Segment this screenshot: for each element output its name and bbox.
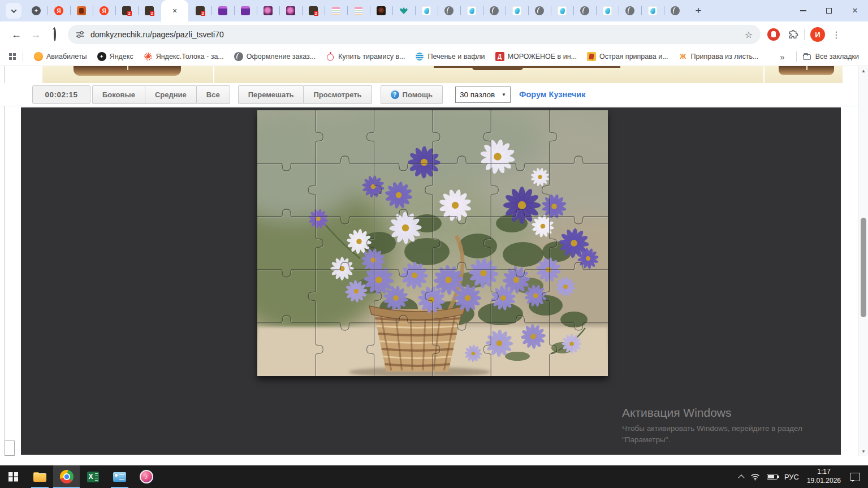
taskbar-start-button[interactable]: [0, 465, 27, 488]
tab[interactable]: [25, 0, 47, 21]
site-nav-button-partial-3[interactable]: [779, 66, 834, 75]
tab[interactable]: [415, 0, 438, 21]
bookmark-item[interactable]: Оформление заказ...: [229, 47, 321, 66]
filter-button[interactable]: Средние: [145, 85, 197, 104]
puzzle-image[interactable]: [257, 110, 608, 376]
action-button[interactable]: Перемешать: [238, 85, 304, 104]
action-center-icon[interactable]: [850, 473, 860, 481]
all-bookmarks-button[interactable]: Все закладки: [802, 52, 859, 61]
itunes-icon: [140, 470, 153, 483]
tab[interactable]: [47, 0, 70, 21]
tab[interactable]: [302, 0, 325, 21]
bookmark-item[interactable]: Яндекс: [92, 47, 139, 66]
bookmark-item[interactable]: Острая приправа и...: [582, 47, 673, 66]
bookmark-star-icon[interactable]: ☆: [745, 29, 753, 40]
tray-chevron-up-icon[interactable]: [738, 474, 744, 481]
bookmarks-overflow-button[interactable]: »: [774, 52, 790, 62]
tab[interactable]: [619, 0, 641, 21]
tab[interactable]: [551, 0, 573, 21]
badge2-icon: [196, 6, 205, 15]
tab[interactable]: [189, 0, 211, 21]
tab[interactable]: [115, 0, 138, 21]
tab[interactable]: [392, 0, 415, 21]
tab-close-icon[interactable]: ×: [172, 7, 177, 15]
tab[interactable]: [573, 0, 596, 21]
filter-button[interactable]: Боковые: [92, 85, 145, 104]
battery-icon[interactable]: [767, 474, 778, 480]
tab[interactable]: [234, 0, 257, 21]
browser-toolbar: ← → domkyznechik.ru/pages/pazli_tsveti70…: [0, 21, 868, 47]
tab[interactable]: [347, 0, 370, 21]
tab-search-button[interactable]: [6, 3, 21, 19]
language-indicator[interactable]: РУС: [784, 473, 799, 481]
taskbar-chrome-button[interactable]: [53, 465, 80, 488]
tab[interactable]: [506, 0, 528, 21]
help-button[interactable]: ? Помощь: [381, 85, 443, 104]
tab[interactable]: [596, 0, 619, 21]
pieces-count-select[interactable]: 30 пазлов ▼: [455, 87, 511, 103]
help-label: Помощь: [403, 90, 433, 99]
minimize-button[interactable]: [790, 0, 816, 21]
page-scrollbar[interactable]: ▲ ▼: [858, 66, 868, 456]
bookmark-item[interactable]: Приправа из листь...: [673, 47, 764, 66]
puzzle-board[interactable]: Активация Windows Чтобы активировать Win…: [21, 107, 841, 455]
watermark-line2: "Параметры".: [622, 434, 802, 446]
tab[interactable]: [438, 0, 460, 21]
waffle-icon: [415, 52, 424, 61]
wifi-icon[interactable]: [750, 473, 760, 481]
scrollbar-thumb[interactable]: [861, 218, 866, 317]
browser-menu-button[interactable]: ⋮: [832, 29, 841, 40]
tab[interactable]: [93, 0, 115, 21]
adblock-extension-icon[interactable]: [767, 28, 780, 41]
taskbar-itunes-button[interactable]: [133, 465, 159, 488]
tab[interactable]: [528, 0, 551, 21]
forward-button[interactable]: →: [26, 29, 45, 41]
back-button[interactable]: ←: [7, 29, 26, 41]
maximize-button[interactable]: [816, 0, 842, 21]
address-bar[interactable]: domkyznechik.ru/pages/pazli_tsveti70 ☆: [68, 25, 761, 44]
site-settings-icon[interactable]: [76, 30, 85, 39]
new-tab-button[interactable]: +: [691, 5, 706, 17]
bookmark-item[interactable]: Купить тирамису в...: [321, 47, 410, 66]
bookmark-item[interactable]: Яндекс.Толока - за...: [139, 47, 229, 66]
extensions-puzzle-icon[interactable]: [788, 29, 798, 40]
bookmark-item[interactable]: Авиабилеты: [29, 47, 92, 66]
tab[interactable]: [257, 0, 279, 21]
forum-link[interactable]: Форум Кузнечик: [519, 90, 586, 99]
yandex-icon: [54, 6, 63, 15]
tab[interactable]: [325, 0, 347, 21]
tab[interactable]: [138, 0, 161, 21]
reload-button[interactable]: [45, 29, 64, 41]
tab[interactable]: [70, 0, 93, 21]
tab[interactable]: [460, 0, 483, 21]
pieces-count-value: 30 пазлов: [460, 90, 495, 99]
filter-button[interactable]: Все: [196, 85, 230, 104]
profile-avatar[interactable]: И: [810, 27, 825, 42]
bookmark-list: АвиабилетыЯндексЯндекс.Толока - за...Офо…: [29, 47, 763, 66]
folder-icon: [802, 52, 811, 61]
apps-grid-icon[interactable]: [8, 52, 17, 61]
bookmark-item[interactable]: Печенье и вафли: [410, 47, 490, 66]
tab[interactable]: [483, 0, 506, 21]
taskbar-excel-button[interactable]: [80, 465, 106, 488]
tab-active[interactable]: ×: [161, 0, 188, 21]
site-nav-button-partial[interactable]: [74, 66, 181, 76]
windows-taskbar: РУС 1:17 19.01.2026: [0, 465, 868, 488]
taskbar-apps: [0, 465, 159, 488]
tab[interactable]: [664, 0, 686, 21]
scroll-down-arrow-icon[interactable]: ▼: [859, 449, 868, 454]
taskbar-mail-button[interactable]: [106, 465, 133, 488]
taskbar-explorer-button[interactable]: [27, 465, 53, 488]
close-button[interactable]: ×: [842, 0, 868, 21]
action-button[interactable]: Просмотреть: [303, 85, 372, 104]
globe-icon: [580, 6, 589, 15]
clock[interactable]: 1:17 19.01.2026: [807, 468, 841, 485]
bookmark-item[interactable]: МОРОЖЕНОЕ в ин...: [490, 47, 582, 66]
tab[interactable]: [370, 0, 392, 21]
scroll-up-arrow-icon[interactable]: ▲: [859, 68, 868, 74]
tab[interactable]: [211, 0, 234, 21]
site-nav-edge: [434, 66, 620, 68]
filter-button-group: БоковыеСредниеВсе: [93, 85, 230, 104]
tab[interactable]: [279, 0, 302, 21]
tab[interactable]: [641, 0, 664, 21]
